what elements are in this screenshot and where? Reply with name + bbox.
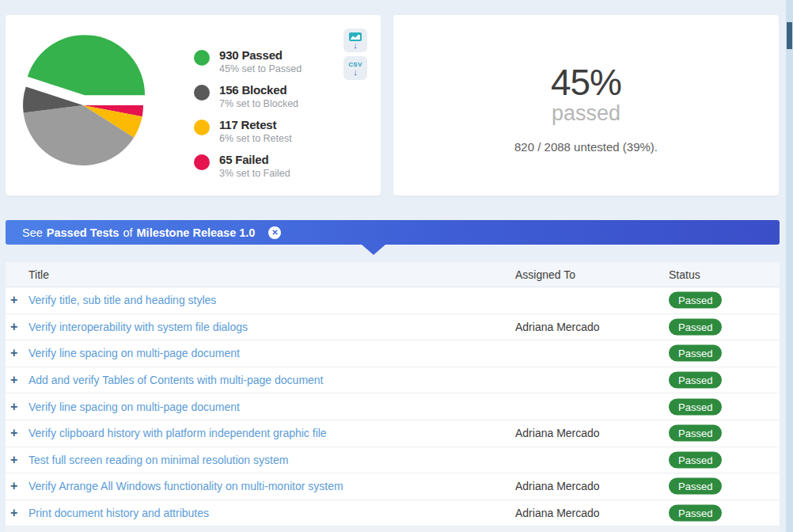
- status-badge: Passed: [669, 398, 722, 415]
- table-row: +Print document history and attributesAd…: [6, 500, 780, 527]
- banner-caret-pointer: [362, 245, 385, 255]
- expand-row-icon[interactable]: +: [10, 347, 23, 359]
- expand-row-icon[interactable]: +: [10, 294, 23, 306]
- close-icon[interactable]: ✕: [268, 226, 281, 239]
- legend-item: 156 Blocked7% set to Blocked: [194, 82, 302, 110]
- status-badge: Passed: [669, 451, 722, 468]
- status-badge: Passed: [669, 505, 722, 522]
- status-badge: Passed: [669, 478, 722, 495]
- passed-percentage-card: 45% passed 820 / 2088 untested (39%).: [393, 15, 779, 196]
- table-bottom-strip: [6, 526, 780, 532]
- results-pie-chart: [8, 17, 174, 183]
- download-csv-button[interactable]: CSV ↓: [343, 56, 367, 80]
- test-title-link[interactable]: Verify Arrange All Windows functionality…: [28, 480, 343, 492]
- status-badge: Passed: [669, 318, 722, 335]
- legend-sublabel: 6% set to Retest: [219, 133, 292, 145]
- banner-target-name: Milestone Release 1.0: [137, 226, 256, 239]
- legend-label: 117 Retest: [219, 117, 292, 132]
- test-title-link[interactable]: Verify line spacing on multi-page docume…: [28, 347, 240, 359]
- legend-sublabel: 3% set to Failed: [219, 168, 290, 180]
- assigned-to-value: Adriana Mercado: [515, 427, 600, 439]
- legend-color-dot: [194, 120, 210, 135]
- legend-label: 156 Blocked: [219, 82, 298, 97]
- test-title-link[interactable]: Verify interoperability with system file…: [28, 321, 248, 333]
- assigned-to-value: Adriana Mercado: [515, 480, 600, 492]
- assigned-to-value: Adriana Mercado: [515, 507, 600, 519]
- legend-item: 930 Passed45% set to Passed: [194, 48, 302, 75]
- legend-item: 65 Failed3% set to Failed: [194, 152, 302, 180]
- table-row: +Test full screen reading on minimal res…: [6, 447, 780, 474]
- status-badge: Passed: [669, 345, 722, 362]
- scrollbar-thumb[interactable]: [787, 22, 792, 49]
- legend-sublabel: 45% set to Passed: [219, 63, 302, 75]
- download-arrow-icon: ↓: [353, 41, 358, 49]
- assigned-to-value: Adriana Mercado: [515, 321, 600, 333]
- banner-prefix: See: [22, 226, 43, 239]
- passed-caption: passed: [552, 101, 620, 125]
- test-results-chart-card: 930 Passed45% set to Passed156 Blocked7%…: [6, 15, 381, 196]
- active-filter-banner: See Passed Tests of Milestone Release 1.…: [6, 220, 780, 245]
- column-header-status: Status: [669, 268, 700, 281]
- expand-row-icon[interactable]: +: [10, 480, 23, 492]
- expand-row-icon[interactable]: +: [10, 321, 23, 333]
- table-row: +Verify title, sub title and heading sty…: [6, 287, 780, 314]
- scrollbar-track[interactable]: [786, 0, 793, 532]
- table-row: +Verify clipboard history with platform …: [6, 420, 780, 447]
- passed-percent-value: 45%: [551, 64, 621, 101]
- test-title-link[interactable]: Verify title, sub title and heading styl…: [28, 294, 216, 306]
- table-row: +Verify line spacing on multi-page docum…: [6, 340, 780, 367]
- expand-row-icon[interactable]: +: [10, 427, 23, 439]
- status-badge: Passed: [669, 292, 722, 309]
- chart-image-icon: [349, 32, 362, 41]
- legend-color-dot: [194, 85, 210, 101]
- download-arrow-icon: ↓: [353, 68, 358, 76]
- status-badge: Passed: [669, 372, 722, 389]
- test-title-link[interactable]: Add and verify Tables of Contents with m…: [28, 374, 324, 386]
- table-row: +Verify line spacing on multi-page docum…: [6, 393, 780, 420]
- legend-label: 65 Failed: [219, 152, 290, 167]
- legend-sublabel: 7% set to Blocked: [219, 98, 298, 110]
- status-badge: Passed: [669, 425, 722, 442]
- legend-label: 930 Passed: [219, 48, 302, 63]
- test-title-link[interactable]: Print document history and attributes: [28, 507, 209, 519]
- untested-summary: 820 / 2088 untested (39%).: [514, 140, 658, 154]
- expand-row-icon[interactable]: +: [10, 507, 23, 519]
- legend-color-dot: [194, 154, 210, 170]
- table-row: +Verify interoperability with system fil…: [6, 314, 780, 341]
- table-row: +Verify Arrange All Windows functionalit…: [6, 473, 780, 500]
- table-header-row: Title Assigned To Status: [6, 262, 780, 287]
- expand-row-icon[interactable]: +: [10, 401, 23, 413]
- pie-slice-passed[interactable]: [28, 35, 145, 95]
- legend-color-dot: [194, 50, 210, 66]
- banner-middle: of: [123, 226, 132, 239]
- test-title-link[interactable]: Verify clipboard history with platform i…: [28, 427, 327, 439]
- chart-legend: 930 Passed45% set to Passed156 Blocked7%…: [194, 48, 302, 180]
- tests-table: Title Assigned To Status +Verify title, …: [6, 262, 780, 532]
- test-title-link[interactable]: Test full screen reading on minimal reso…: [28, 454, 288, 466]
- banner-filter-name: Passed Tests: [47, 226, 120, 239]
- column-header-title: Title: [28, 268, 49, 281]
- expand-row-icon[interactable]: +: [10, 374, 23, 386]
- download-chart-image-button[interactable]: ↓: [343, 28, 367, 52]
- table-row: +Add and verify Tables of Contents with …: [6, 367, 780, 394]
- expand-row-icon[interactable]: +: [10, 454, 23, 466]
- legend-item: 117 Retest6% set to Retest: [194, 117, 302, 145]
- test-title-link[interactable]: Verify line spacing on multi-page docume…: [28, 401, 240, 413]
- column-header-assigned-to: Assigned To: [515, 268, 575, 281]
